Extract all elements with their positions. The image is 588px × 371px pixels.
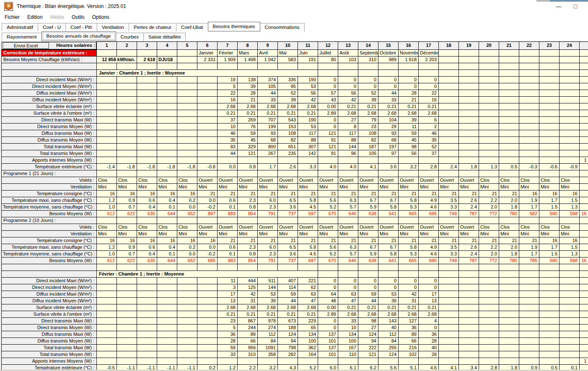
grid-cell[interactable]: 100 [338, 338, 358, 344]
grid-cell[interactable] [157, 96, 177, 103]
grid-cell[interactable]: 21 [197, 190, 218, 197]
grid-cell[interactable] [459, 338, 479, 344]
grid-cell[interactable] [157, 116, 177, 123]
grid-cell[interactable]: 772 [479, 210, 499, 217]
grid-cell[interactable] [378, 70, 399, 76]
grid-cell[interactable]: 737 [278, 210, 298, 217]
grid-cell[interactable]: 16 [419, 96, 439, 103]
grid-cell[interactable] [117, 331, 137, 338]
grid-cell[interactable] [177, 96, 197, 103]
grid-cell[interactable]: Ouvert [378, 224, 399, 230]
grid-cell[interactable]: 76 [238, 123, 258, 130]
grid-cell[interactable] [459, 96, 479, 103]
grid-cell[interactable] [519, 317, 539, 324]
grid-cell[interactable] [358, 264, 378, 271]
grid-cell[interactable]: 2 331 [197, 56, 218, 63]
grid-cell[interactable] [539, 317, 560, 324]
grid-cell[interactable] [278, 217, 298, 224]
grid-cell[interactable] [519, 137, 539, 143]
grid-cell[interactable]: 2.68 [218, 103, 238, 110]
grid-cell[interactable]: 6.3 [338, 244, 358, 250]
grid-cell[interactable]: 3.3 [439, 204, 459, 210]
grid-cell[interactable]: 3.6 [278, 204, 298, 210]
grid-cell[interactable]: Clos [560, 224, 580, 230]
grid-cell[interactable] [459, 284, 479, 291]
grid-cell[interactable] [157, 90, 177, 96]
grid-cell[interactable]: 3.5 [439, 197, 459, 204]
grid-cell[interactable] [137, 170, 157, 177]
grid-cell[interactable]: 21 [238, 96, 258, 103]
grid-cell[interactable] [197, 116, 218, 123]
grid-cell[interactable]: 737 [278, 257, 298, 264]
grid-cell[interactable] [479, 103, 499, 110]
grid-cell[interactable]: 42 [238, 291, 258, 297]
grid-cell[interactable] [117, 116, 137, 123]
grid-cell[interactable] [439, 351, 459, 358]
grid-cell[interactable]: 0.4 [157, 197, 177, 204]
grid-cell[interactable] [399, 358, 419, 364]
grid-cell[interactable]: 33 [338, 317, 358, 324]
grid-cell[interactable] [479, 338, 499, 344]
grid-cell[interactable] [318, 70, 338, 76]
grid-cell[interactable]: 978 [258, 317, 278, 324]
grid-cell[interactable] [197, 123, 218, 130]
grid-cell[interactable] [117, 137, 137, 143]
grid-cell[interactable]: 310 [358, 56, 378, 63]
grid-cell[interactable]: 21 [278, 237, 298, 244]
grid-cell[interactable] [519, 311, 539, 317]
grid-cell[interactable]: 59 [278, 291, 298, 297]
grid-cell[interactable]: 543 [278, 116, 298, 123]
grid-cell[interactable] [439, 297, 459, 304]
grid-cell[interactable]: Clos [117, 224, 137, 230]
grid-cell[interactable]: 91 [318, 150, 338, 157]
grid-cell[interactable] [197, 344, 218, 351]
grid-cell[interactable]: 121 [238, 150, 258, 157]
grid-cell[interactable] [137, 137, 157, 143]
grid-cell[interactable]: 153 [278, 123, 298, 130]
grid-cell[interactable] [560, 358, 580, 364]
grid-cell[interactable] [177, 56, 197, 63]
grid-cell[interactable] [197, 351, 218, 358]
grid-cell[interactable]: -1.8 [117, 163, 137, 170]
grid-cell[interactable]: Clos [177, 224, 197, 230]
grid-cell[interactable] [439, 317, 459, 324]
grid-cell[interactable] [177, 170, 197, 177]
grid-cell[interactable]: Clos [539, 224, 560, 230]
grid-cell[interactable]: 21 [459, 190, 479, 197]
grid-cell[interactable] [459, 110, 479, 116]
grid-cell[interactable]: 21 [218, 237, 238, 244]
grid-cell[interactable] [439, 83, 459, 90]
grid-cell[interactable]: 16 [137, 190, 157, 197]
grid-cell[interactable]: 16 [560, 190, 580, 197]
grid-cell[interactable] [177, 358, 197, 364]
grid-cell[interactable]: 16 [117, 237, 137, 244]
grid-cell[interactable]: 374 [258, 76, 278, 83]
grid-cell[interactable]: 4.9 [419, 197, 439, 204]
grid-cell[interactable] [459, 137, 479, 143]
grid-cell[interactable] [338, 264, 358, 271]
grid-cell[interactable]: 53 [298, 123, 318, 130]
grid-cell[interactable] [117, 63, 137, 70]
grid-cell[interactable]: 590 [539, 210, 560, 217]
grid-cell[interactable]: 0.21 [419, 304, 439, 311]
grid-cell[interactable]: 0.00 [318, 304, 338, 311]
grid-cell[interactable] [479, 284, 499, 291]
grid-cell[interactable]: 785 [519, 257, 539, 264]
grid-cell[interactable]: 329 [238, 143, 258, 150]
grid-cell[interactable] [157, 358, 177, 364]
grid-cell[interactable]: 0.9 [117, 197, 137, 204]
grid-cell[interactable] [539, 264, 560, 271]
grid-cell[interactable]: 0.21 [258, 110, 278, 116]
grid-cell[interactable]: 104 [378, 116, 399, 123]
grid-cell[interactable] [137, 291, 157, 297]
grid-cell[interactable]: 167 [338, 344, 358, 351]
grid-cell[interactable] [560, 264, 580, 271]
grid-cell[interactable]: 47 [338, 297, 358, 304]
grid-cell[interactable] [97, 157, 117, 163]
grid-cell[interactable] [197, 311, 218, 317]
grid-cell[interactable] [519, 96, 539, 103]
grid-cell[interactable]: Mini [399, 183, 419, 190]
month-cell-avril[interactable]: Avril [258, 49, 278, 56]
grid-cell[interactable] [479, 56, 499, 63]
grid-cell[interactable]: 0 [358, 277, 378, 284]
